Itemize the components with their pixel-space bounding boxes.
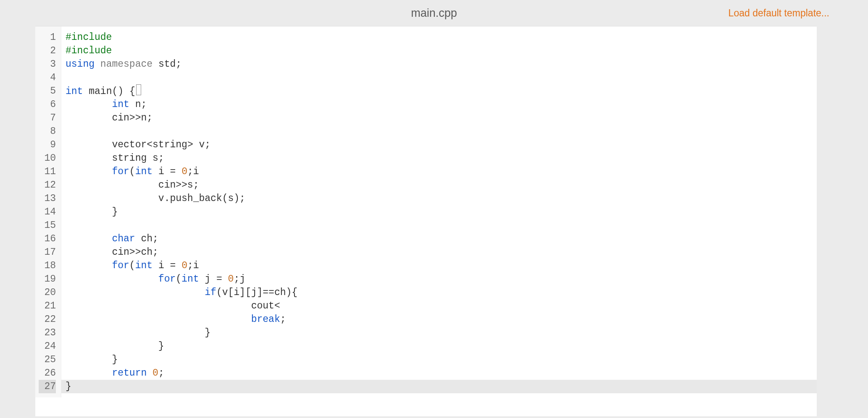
line-number: 4 xyxy=(39,71,56,84)
line-number: 6 xyxy=(39,98,56,111)
code-line[interactable]: #include xyxy=(66,44,813,57)
line-number: 9 xyxy=(39,138,56,152)
line-number: 19 xyxy=(39,272,56,286)
line-number: 26 xyxy=(39,366,56,380)
code-line[interactable]: int n; xyxy=(66,98,813,111)
editor-header: main.cpp Load default template... xyxy=(30,0,838,26)
line-number: 1 xyxy=(39,31,56,44)
code-line[interactable] xyxy=(66,219,813,232)
line-number: 7 xyxy=(39,111,56,125)
code-area[interactable]: #include #include using namespace std;in… xyxy=(61,26,817,397)
line-number: 5 xyxy=(39,84,56,98)
line-number: 24 xyxy=(39,340,56,353)
editor-panel: main.cpp Load default template... 123456… xyxy=(0,0,868,416)
code-line[interactable] xyxy=(66,125,813,138)
line-number: 22 xyxy=(39,313,56,326)
line-number: 25 xyxy=(39,353,56,366)
line-number: 8 xyxy=(39,125,56,138)
code-line[interactable]: string s; xyxy=(66,152,813,165)
line-number: 10 xyxy=(39,152,56,165)
code-line[interactable]: cin>>n; xyxy=(66,111,813,125)
line-number: 21 xyxy=(39,299,56,313)
code-line[interactable]: vector<string> v; xyxy=(66,138,813,152)
line-number: 23 xyxy=(39,326,56,340)
line-number: 2 xyxy=(39,44,56,57)
line-number: 11 xyxy=(39,165,56,178)
line-number: 12 xyxy=(39,178,56,192)
line-number: 3 xyxy=(39,57,56,71)
code-line[interactable] xyxy=(66,71,813,84)
line-number: 16 xyxy=(39,232,56,246)
code-line[interactable]: } xyxy=(66,353,813,366)
code-line[interactable]: v.push_back(s); xyxy=(66,192,813,205)
code-line[interactable]: if(v[i][j]==ch){ xyxy=(66,286,813,299)
code-line[interactable]: } xyxy=(66,205,813,219)
code-line[interactable]: cin>>ch; xyxy=(66,246,813,259)
code-line[interactable]: } xyxy=(66,326,813,340)
line-number: 15 xyxy=(39,219,56,232)
filename-label: main.cpp xyxy=(411,7,457,20)
code-line[interactable]: using namespace std; xyxy=(66,57,813,71)
code-line[interactable]: for(int j = 0;j xyxy=(66,272,813,286)
line-number: 27 xyxy=(39,380,56,393)
code-line[interactable]: } xyxy=(66,380,813,393)
line-number: 14 xyxy=(39,205,56,219)
code-line[interactable]: cin>>s; xyxy=(66,178,813,192)
code-line[interactable]: for(int i = 0;i xyxy=(66,259,813,272)
code-line[interactable]: break; xyxy=(66,313,813,326)
line-number-gutter: 1234567891011121314151617181920212223242… xyxy=(35,26,61,397)
code-line[interactable]: cout< xyxy=(66,299,813,313)
code-line[interactable]: char ch; xyxy=(66,232,813,246)
load-default-template-link[interactable]: Load default template... xyxy=(729,8,829,19)
code-editor[interactable]: 1234567891011121314151617181920212223242… xyxy=(35,26,817,416)
line-number: 17 xyxy=(39,246,56,259)
code-line[interactable]: } xyxy=(66,340,813,353)
line-number: 13 xyxy=(39,192,56,205)
code-line[interactable]: int main() { xyxy=(66,84,813,98)
line-number: 20 xyxy=(39,286,56,299)
line-number: 18 xyxy=(39,259,56,272)
code-line[interactable]: for(int i = 0;i xyxy=(66,165,813,178)
code-line[interactable]: return 0; xyxy=(66,366,813,380)
code-line[interactable]: #include xyxy=(66,31,813,44)
